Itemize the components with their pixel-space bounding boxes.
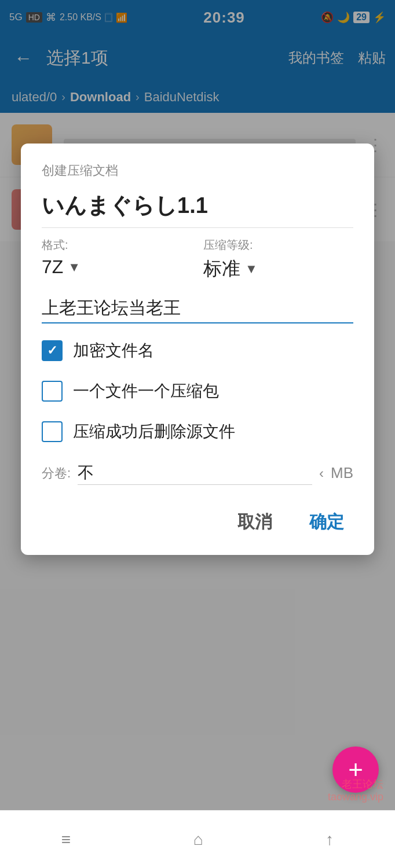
format-label: 格式: xyxy=(42,237,192,253)
encrypt-filename-row[interactable]: ✓ 加密文件名 xyxy=(42,340,353,362)
confirm-button[interactable]: 确定 xyxy=(300,506,353,539)
password-input[interactable] xyxy=(42,293,353,323)
encrypt-filename-checkbox[interactable]: ✓ xyxy=(42,340,63,361)
encrypt-filename-label: 加密文件名 xyxy=(73,340,154,362)
one-file-checkbox[interactable] xyxy=(42,381,63,402)
format-level-row: 格式: 7Z ▼ 压缩等级: 标准 ▼ xyxy=(42,237,353,282)
watermark-line1: 老王论坛 xyxy=(328,777,383,791)
bottom-share-button[interactable]: ↑ xyxy=(325,830,334,849)
watermark: 老王论坛 taowang.vip xyxy=(328,777,383,803)
dialog-buttons: 取消 确定 xyxy=(42,506,353,539)
format-value: 7Z xyxy=(42,256,63,278)
checkmark-icon: ✓ xyxy=(47,343,57,358)
share-icon: ↑ xyxy=(325,830,334,849)
level-field: 压缩等级: 标准 ▼ xyxy=(203,237,353,282)
volume-input[interactable] xyxy=(78,461,312,485)
format-value-row[interactable]: 7Z ▼ xyxy=(42,256,192,278)
cancel-button[interactable]: 取消 xyxy=(228,506,281,539)
delete-after-checkbox[interactable] xyxy=(42,421,63,442)
create-archive-dialog: 创建压缩文档 いんまぐらし1.1 格式: 7Z ▼ 压缩等级: 标准 ▼ ✓ 加… xyxy=(21,144,374,555)
level-label: 压缩等级: xyxy=(203,237,353,253)
home-icon: ⌂ xyxy=(193,830,203,849)
volume-label: 分卷: xyxy=(42,465,71,482)
bottom-nav: ≡ ⌂ ↑ xyxy=(0,810,395,868)
dialog-title: 创建压缩文档 xyxy=(42,162,353,179)
bottom-menu-button[interactable]: ≡ xyxy=(61,830,71,849)
level-value: 标准 xyxy=(203,256,240,282)
menu-icon: ≡ xyxy=(61,830,71,849)
delete-after-row[interactable]: 压缩成功后删除源文件 xyxy=(42,421,353,443)
watermark-line2: taowang.vip xyxy=(328,791,383,803)
volume-arrow-icon[interactable]: ‹ xyxy=(319,465,324,481)
delete-after-label: 压缩成功后删除源文件 xyxy=(73,421,235,443)
volume-unit: MB xyxy=(331,464,353,482)
archive-filename: いんまぐらし1.1 xyxy=(42,191,353,228)
bottom-home-button[interactable]: ⌂ xyxy=(193,830,203,849)
volume-row: 分卷: ‹ MB xyxy=(42,461,353,485)
format-dropdown-arrow[interactable]: ▼ xyxy=(68,260,81,275)
one-file-row[interactable]: 一个文件一个压缩包 xyxy=(42,380,353,402)
format-field: 格式: 7Z ▼ xyxy=(42,237,192,282)
level-dropdown-arrow[interactable]: ▼ xyxy=(245,262,258,277)
level-value-row[interactable]: 标准 ▼ xyxy=(203,256,353,282)
one-file-label: 一个文件一个压缩包 xyxy=(73,380,219,402)
